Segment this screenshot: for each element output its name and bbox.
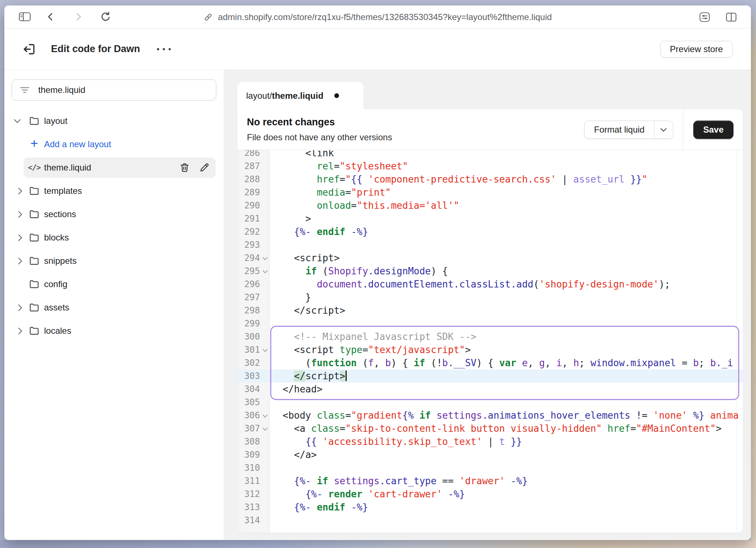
- code-text: [269, 238, 283, 251]
- code-line[interactable]: 292 {%- endif -%}: [237, 225, 743, 238]
- code-line[interactable]: 314: [237, 514, 743, 527]
- sidebar-item-layout[interactable]: layout: [24, 111, 216, 131]
- fold-chevron-icon[interactable]: [263, 255, 268, 260]
- back-icon[interactable]: [45, 11, 56, 22]
- code-line[interactable]: 299: [237, 317, 743, 330]
- code-text: document.documentElement.classList.add('…: [269, 278, 670, 291]
- chevron-right-icon[interactable]: [15, 188, 22, 194]
- pencil-icon[interactable]: [199, 162, 210, 173]
- code-text: </script>: [269, 369, 347, 383]
- code-text: <!-- Mixpanel Javascript SDK -->: [269, 330, 476, 343]
- code-line[interactable]: 313 {%- endif -%}: [237, 501, 743, 514]
- file-search-input[interactable]: theme.liquid: [12, 79, 216, 101]
- status-subtitle: File does not have any other versions: [247, 132, 392, 142]
- code-line[interactable]: 304</head>: [237, 383, 743, 396]
- tree-item-label: theme.liquid: [44, 163, 91, 173]
- tree-item-label: assets: [44, 302, 69, 313]
- tree-item-label: Add a new layout: [44, 139, 111, 149]
- code-line[interactable]: 306<body class="gradient{% if settings.a…: [237, 409, 743, 422]
- exit-icon[interactable]: [22, 42, 36, 56]
- line-number: 292: [237, 225, 269, 238]
- tree-item-label: locales: [44, 326, 71, 336]
- code-text: [269, 317, 283, 330]
- sidebar-item-blocks[interactable]: blocks: [24, 227, 216, 248]
- code-line[interactable]: 291 >: [237, 212, 743, 225]
- line-number: 302: [237, 356, 269, 369]
- line-number: 295: [237, 265, 269, 278]
- code-line[interactable]: 300 <!-- Mixpanel Javascript SDK -->: [237, 330, 743, 343]
- more-menu-icon[interactable]: [157, 48, 171, 50]
- code-line[interactable]: 308 {{ 'accessibility.skip_to_text' | t …: [237, 435, 743, 448]
- code-line[interactable]: 309 </a>: [237, 448, 743, 461]
- chevron-right-icon[interactable]: [15, 234, 22, 241]
- line-number: 305: [237, 396, 269, 409]
- sidebar-item-sections[interactable]: sections: [24, 204, 216, 224]
- line-number: 313: [237, 501, 269, 514]
- code-line[interactable]: 288 href="{{ 'component-predictive-searc…: [237, 173, 743, 186]
- address-bar[interactable]: admin.shopify.com/store/rzq1xu-f5/themes…: [204, 5, 552, 28]
- chevron-right-icon[interactable]: [15, 258, 22, 264]
- code-line[interactable]: 311 {%- if settings.cart_type == 'drawer…: [237, 474, 743, 488]
- code-text: if (Shopify.designMode) {: [269, 265, 448, 278]
- code-line[interactable]: 289 media="print": [237, 186, 743, 199]
- chevron-right-icon[interactable]: [15, 211, 22, 218]
- code-line[interactable]: 298 </script>: [237, 304, 743, 317]
- code-line[interactable]: 303 </script>: [237, 369, 743, 383]
- save-button[interactable]: Save: [693, 121, 733, 139]
- code-line[interactable]: 294 <script>: [237, 251, 743, 265]
- line-number: 289: [237, 186, 269, 199]
- code-editor[interactable]: 286 <link287 rel="stylesheet"288 href="{…: [237, 150, 743, 533]
- chevron-down-icon[interactable]: [14, 116, 20, 123]
- sidebar-toggle-icon[interactable]: [18, 11, 31, 23]
- fold-chevron-icon[interactable]: [263, 347, 268, 352]
- line-number: 288: [237, 173, 269, 186]
- code-line[interactable]: 310: [237, 461, 743, 474]
- sidebar-item-assets[interactable]: assets: [24, 297, 216, 318]
- code-line[interactable]: 305: [237, 396, 743, 409]
- tree-item-label: snippets: [44, 256, 76, 266]
- format-liquid-button[interactable]: Format liquid: [584, 121, 654, 138]
- line-number: 296: [237, 278, 269, 291]
- code-line[interactable]: 312 {%- render 'cart-drawer' -%}: [237, 488, 743, 501]
- code-line[interactable]: 297 }: [237, 291, 743, 304]
- browser-window: admin.shopify.com/store/rzq1xu-f5/themes…: [4, 5, 751, 540]
- sidebar-item-theme-liquid[interactable]: </>theme.liquid: [24, 157, 216, 178]
- code-line[interactable]: 307 <a class="skip-to-content-link butto…: [237, 422, 743, 435]
- code-text: }: [269, 291, 311, 304]
- sidebar-item-locales[interactable]: locales: [24, 321, 216, 341]
- editor-card-header: No recent changes File does not have any…: [237, 109, 743, 150]
- code-text: {%- endif -%}: [269, 501, 368, 514]
- code-line[interactable]: 286 <link: [237, 150, 743, 160]
- preview-store-button[interactable]: Preview store: [660, 41, 733, 58]
- code-line[interactable]: 301 <script type="text/javascript">: [237, 343, 743, 356]
- code-line[interactable]: 287 rel="stylesheet": [237, 160, 743, 173]
- chevron-right-icon[interactable]: [15, 328, 22, 334]
- chevron-right-icon[interactable]: [15, 304, 22, 311]
- code-line[interactable]: 296 document.documentElement.classList.a…: [237, 278, 743, 291]
- code-text: rel="stylesheet": [269, 160, 408, 173]
- code-line[interactable]: 290 onload="this.media='all'": [237, 199, 743, 212]
- fold-chevron-icon[interactable]: [263, 268, 268, 273]
- extensions-icon[interactable]: [698, 11, 711, 23]
- reload-icon[interactable]: [100, 11, 111, 23]
- fold-chevron-icon[interactable]: [263, 412, 268, 418]
- sidebar-item-snippets[interactable]: snippets: [24, 251, 216, 271]
- sidebar-item-config[interactable]: config: [24, 274, 216, 294]
- link-icon: [204, 12, 213, 22]
- folder-icon: [29, 255, 40, 266]
- code-line[interactable]: 295 if (Shopify.designMode) {: [237, 265, 743, 278]
- sidebar-item-templates[interactable]: templates: [24, 181, 216, 201]
- trash-icon[interactable]: [179, 162, 190, 173]
- line-number: 308: [237, 435, 269, 448]
- code-line[interactable]: 293: [237, 238, 743, 251]
- tab-theme-liquid[interactable]: layout/theme.liquid: [237, 82, 363, 109]
- fold-chevron-icon[interactable]: [263, 426, 268, 431]
- forward-icon[interactable]: [73, 11, 84, 22]
- code-text: {%- endif -%}: [269, 225, 368, 238]
- split-view-icon[interactable]: [725, 12, 737, 23]
- code-line[interactable]: 302 (function (f, b) { if (!b.__SV) { va…: [237, 356, 743, 369]
- sidebar-item-add-a-new-layout[interactable]: +Add a new layout: [24, 134, 216, 154]
- unsaved-dot: [334, 93, 339, 98]
- browser-toolbar: admin.shopify.com/store/rzq1xu-f5/themes…: [4, 5, 751, 28]
- format-liquid-caret-button[interactable]: [654, 121, 673, 138]
